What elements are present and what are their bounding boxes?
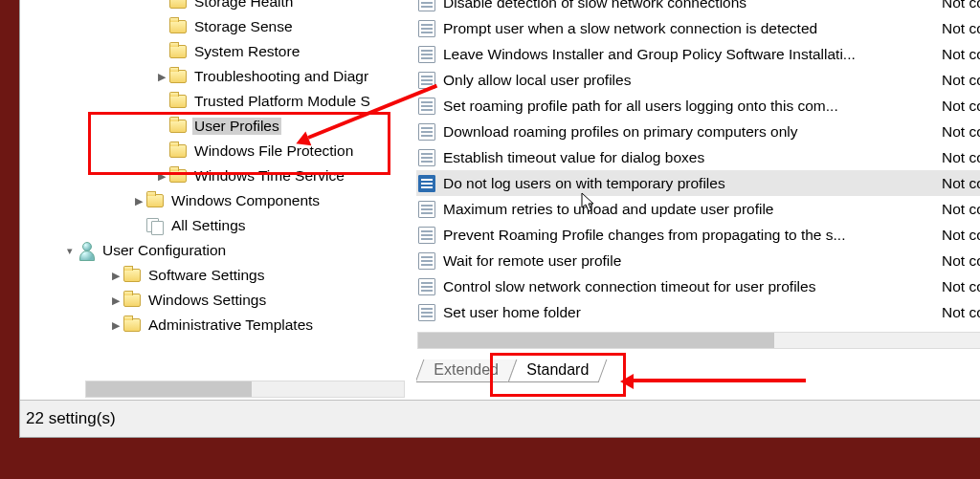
- policy-state: Not con: [938, 72, 980, 89]
- policy-setting: Do not log users on with temporary profi…: [443, 175, 938, 192]
- status-text: 22 setting(s): [26, 409, 116, 428]
- tree-item[interactable]: ▾User Configuration: [39, 238, 411, 263]
- folder-icon: [123, 318, 141, 332]
- policy-state: Not con: [938, 98, 980, 115]
- policy-row[interactable]: Maximum retries to unload and update use…: [416, 196, 980, 222]
- tree-item-label: Software Settings: [146, 267, 266, 284]
- tree-item[interactable]: ▶Windows Time Service: [39, 163, 411, 188]
- policy-row[interactable]: Do not log users on with temporary profi…: [416, 170, 980, 196]
- tree-item[interactable]: ▶System Restore: [39, 39, 411, 64]
- scrollbar-thumb[interactable]: [86, 381, 252, 397]
- tree-item[interactable]: ▶Windows Settings: [39, 288, 411, 313]
- scrollbar-thumb[interactable]: [418, 333, 774, 348]
- collapse-icon[interactable]: ▾: [62, 245, 78, 257]
- policy-list-pane: Disable detection of slow network connec…: [416, 0, 980, 400]
- tree-item-label: System Restore: [192, 43, 301, 60]
- policy-row[interactable]: Leave Windows Installer and Group Policy…: [416, 41, 980, 67]
- policy-setting: Set roaming profile path for all users l…: [443, 98, 938, 115]
- expand-icon[interactable]: ▶: [108, 270, 123, 282]
- tree-item-label: User Configuration: [100, 242, 228, 259]
- tree-item-label: Administrative Templates: [146, 316, 315, 334]
- tree-item[interactable]: ▶Storage Health: [39, 0, 411, 14]
- folder-icon: [169, 45, 187, 58]
- expand-icon[interactable]: ▶: [154, 170, 169, 183]
- policy-state: Not con: [938, 46, 980, 63]
- policy-row[interactable]: Disable detection of slow network connec…: [416, 0, 980, 15]
- policy-setting: Wait for remote user profile: [443, 252, 938, 270]
- tree-item-label: All Settings: [169, 217, 248, 234]
- policy-row[interactable]: Prompt user when a slow network connecti…: [416, 15, 980, 41]
- policy-icon: [418, 72, 435, 89]
- folder-icon: [169, 95, 187, 108]
- policy-row[interactable]: Wait for remote user profileNot con: [416, 248, 980, 273]
- policy-icon: [418, 252, 435, 270]
- policy-row[interactable]: Set user home folderNot con: [416, 299, 980, 325]
- tree-item-label: Windows Time Service: [192, 167, 346, 185]
- policy-tree[interactable]: ▶Storage Health▶Storage Sense▶System Res…: [39, 0, 411, 337]
- folder-icon: [169, 20, 187, 33]
- tree-item[interactable]: ▶User Profiles: [39, 114, 411, 139]
- policy-icon: [418, 227, 435, 244]
- tab-standard[interactable]: Standard: [507, 359, 607, 382]
- policy-row[interactable]: Control slow network connection timeout …: [416, 273, 980, 299]
- expand-icon[interactable]: ▶: [108, 319, 123, 332]
- view-tabstrip: Extended Standard: [419, 359, 602, 386]
- tree-item[interactable]: ▶Storage Sense: [39, 14, 411, 39]
- status-bar: 22 setting(s): [20, 400, 980, 437]
- tree-item-label: Windows File Protection: [192, 142, 355, 160]
- policy-row[interactable]: Establish timeout value for dialog boxes…: [416, 144, 980, 170]
- policy-row[interactable]: Only allow local user profilesNot con: [416, 67, 980, 93]
- folder-icon: [123, 269, 141, 282]
- policy-setting: Prevent Roaming Profile changes from pro…: [443, 227, 938, 244]
- policy-icon: [418, 304, 435, 321]
- folder-icon: [169, 144, 187, 158]
- policy-icon: [418, 149, 435, 166]
- policy-state: Not con: [938, 20, 980, 37]
- folder-icon: [123, 294, 141, 307]
- policy-icon: [418, 46, 435, 63]
- tree-item[interactable]: ▶Windows Components: [39, 188, 411, 213]
- expand-icon[interactable]: ▶: [108, 294, 123, 307]
- policy-setting: Control slow network connection timeout …: [443, 278, 938, 295]
- policy-list[interactable]: Disable detection of slow network connec…: [416, 0, 980, 325]
- policy-state: Not con: [938, 227, 980, 244]
- list-h-scrollbar[interactable]: [417, 332, 980, 349]
- tree-item[interactable]: ▶Troubleshooting and Diagr: [39, 64, 411, 89]
- expand-icon[interactable]: ▶: [131, 195, 146, 207]
- tree-h-scrollbar[interactable]: [85, 381, 405, 398]
- policy-state: Not con: [938, 201, 980, 218]
- tree-item-label: Windows Settings: [146, 292, 268, 309]
- policy-setting: Only allow local user profiles: [443, 72, 938, 89]
- policy-state: Not con: [938, 278, 980, 295]
- all-settings-icon: [146, 218, 164, 233]
- tree-item[interactable]: ▶All Settings: [39, 213, 411, 238]
- policy-setting: Download roaming profiles on primary com…: [443, 123, 938, 141]
- folder-icon: [169, 70, 187, 83]
- tab-extended[interactable]: Extended: [416, 359, 517, 382]
- policy-setting: Prompt user when a slow network connecti…: [443, 20, 938, 37]
- policy-icon: [418, 0, 435, 11]
- policy-setting: Set user home folder: [443, 304, 938, 321]
- policy-state: Not con: [938, 123, 980, 141]
- policy-state: Not con: [938, 175, 980, 192]
- policy-setting: Maximum retries to unload and update use…: [443, 201, 938, 218]
- expand-icon[interactable]: ▶: [154, 71, 169, 83]
- policy-setting: Disable detection of slow network connec…: [443, 0, 938, 11]
- policy-setting: Establish timeout value for dialog boxes: [443, 149, 938, 166]
- folder-icon: [169, 169, 187, 183]
- folder-icon: [169, 0, 187, 9]
- policy-row[interactable]: Set roaming profile path for all users l…: [416, 93, 980, 119]
- tree-item[interactable]: ▶Administrative Templates: [39, 313, 411, 337]
- tree-item-label: Troubleshooting and Diagr: [192, 68, 370, 85]
- policy-icon: [418, 175, 435, 192]
- policy-row[interactable]: Download roaming profiles on primary com…: [416, 119, 980, 144]
- policy-row[interactable]: Prevent Roaming Profile changes from pro…: [416, 222, 980, 248]
- tree-pane: ▶Storage Health▶Storage Sense▶System Res…: [39, 0, 411, 400]
- policy-icon: [418, 123, 435, 141]
- policy-icon: [418, 98, 435, 115]
- policy-state: Not con: [938, 304, 980, 321]
- tree-item[interactable]: ▶Software Settings: [39, 263, 411, 288]
- tree-item[interactable]: ▶Trusted Platform Module S: [39, 89, 411, 114]
- tree-item[interactable]: ▶Windows File Protection: [39, 139, 411, 163]
- policy-icon: [418, 20, 435, 37]
